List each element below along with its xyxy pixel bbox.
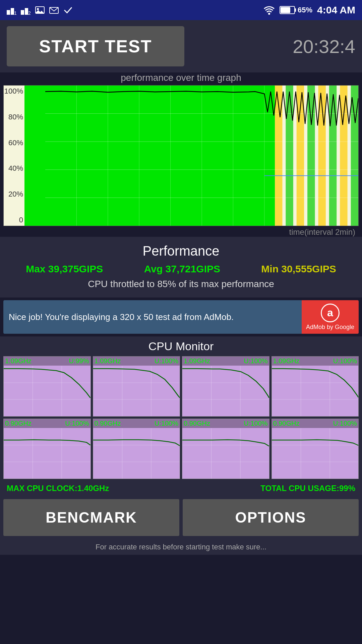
svg-rect-72 — [272, 428, 359, 479]
svg-point-10 — [268, 13, 270, 15]
admob-text: Nice job! You're displaying a 320 x 50 t… — [3, 306, 302, 328]
cpu-core-6: 0.90GHz U:100% — [93, 419, 180, 479]
top-bar: START TEST 20:32:4 — [0, 20, 362, 72]
cpu-core-4-freq: 1.09GHz — [273, 357, 300, 365]
cpu-max-clock: MAX CPU CLOCK:1.40GHz — [7, 484, 109, 493]
svg-rect-62 — [93, 428, 180, 479]
graph-title: performance over time graph — [3, 72, 359, 83]
options-button[interactable]: OPTIONS — [183, 499, 359, 536]
cpu-core-5-header: 0.90GHz U:100% — [4, 419, 90, 428]
gallery-icon — [35, 5, 45, 15]
check-icon — [63, 5, 73, 15]
performance-stats: Performance Max 39,375GIPS Avg 37,721GIP… — [0, 237, 362, 298]
svg-text:2: 2 — [28, 10, 31, 15]
cpu-core-2-header: 1.09GHz U:100% — [93, 357, 180, 366]
cpu-core-1: 1.09GHz U:99% — [3, 356, 91, 417]
cpu-core-3: 1.09GHz U:100% — [182, 356, 269, 417]
cpu-core-4-svg — [272, 366, 359, 416]
svg-marker-8 — [36, 10, 44, 13]
cpu-footer: MAX CPU CLOCK:1.40GHz TOTAL CPU USAGE:99… — [3, 481, 359, 496]
svg-rect-37 — [4, 366, 90, 416]
cpu-bottom-cores: 0.90GHz U:100% 0.90GHz U:100% — [3, 419, 359, 479]
y-label-100: 100% — [4, 87, 23, 96]
svg-rect-13 — [281, 7, 290, 13]
bottom-buttons: BENCMARK OPTIONS — [0, 496, 362, 539]
status-left: 1 2 — [7, 5, 73, 15]
performance-line-svg — [45, 86, 358, 226]
perf-avg: Avg 37,721GIPS — [144, 263, 220, 275]
svg-rect-67 — [182, 428, 269, 479]
status-bar: 1 2 — [0, 0, 362, 20]
throttle-info: CPU throttled to 85% of its max performa… — [5, 279, 357, 289]
perf-min: Min 30,555GIPS — [261, 263, 336, 275]
svg-marker-0 — [7, 10, 10, 15]
status-time: 4:04 AM — [317, 4, 355, 16]
cpu-monitor-section: CPU Monitor 1.09GHz U:99% — [0, 336, 362, 496]
cpu-core-7-header: 0.90GHz U:100% — [182, 419, 269, 428]
cpu-total-usage: TOTAL CPU USAGE:99% — [260, 484, 355, 493]
cpu-core-6-freq: 0.90GHz — [95, 420, 121, 427]
graph-container: 100% 80% 60% 40% 20% 0 — [3, 85, 359, 226]
start-test-button[interactable]: START TEST — [7, 26, 184, 66]
cpu-core-1-header: 1.09GHz U:99% — [4, 357, 90, 366]
svg-marker-4 — [25, 8, 28, 15]
perf-max: Max 39,375GIPS — [26, 263, 103, 275]
status-right: 65% 4:04 AM — [263, 4, 355, 16]
y-label-60: 60% — [4, 139, 23, 147]
cpu-core-2-usage: U:100% — [155, 357, 178, 365]
svg-marker-3 — [21, 10, 24, 15]
cpu-core-1-freq: 1.09GHz — [5, 357, 32, 365]
cpu-core-2: 1.09GHz U:100% — [93, 356, 180, 417]
cpu-top-cores: 1.09GHz U:99% 1.09GHz U:100 — [3, 356, 359, 417]
y-label-40: 40% — [4, 164, 23, 173]
cpu-core-5-graph — [4, 428, 90, 479]
signal1-icon: 1 — [7, 5, 17, 15]
cpu-core-5: 0.90GHz U:100% — [3, 419, 91, 479]
cpu-core-7-svg — [182, 428, 269, 479]
cpu-core-8-graph — [272, 428, 359, 479]
cpu-core-8-svg — [272, 428, 359, 479]
cpu-core-8-usage: U:100% — [333, 420, 357, 427]
cpu-monitor-title: CPU Monitor — [3, 340, 359, 353]
cpu-core-2-freq: 1.09GHz — [95, 357, 121, 365]
email-icon — [49, 5, 59, 15]
cpu-core-3-svg — [182, 366, 269, 416]
time-label: time(interval 2min) — [3, 227, 359, 237]
battery-icon: 65% — [280, 6, 312, 14]
cpu-core-3-header: 1.09GHz U:100% — [182, 357, 269, 366]
y-label-0: 0 — [4, 216, 23, 224]
cpu-core-1-usage: U:99% — [69, 357, 89, 365]
svg-text:1: 1 — [14, 10, 17, 15]
svg-point-7 — [37, 8, 39, 10]
performance-graph-section: performance over time graph 100% 80% 60%… — [3, 72, 359, 237]
svg-rect-52 — [272, 366, 359, 416]
svg-rect-57 — [4, 428, 90, 479]
cpu-core-1-svg — [4, 366, 90, 416]
admob-logo: a AdMob by Google — [302, 300, 359, 334]
svg-rect-42 — [93, 366, 180, 416]
cpu-core-2-graph — [93, 366, 180, 416]
cpu-core-4-graph — [272, 366, 359, 416]
cpu-core-3-freq: 1.09GHz — [184, 357, 210, 365]
admob-logo-text: AdMob by Google — [306, 324, 354, 331]
cpu-core-3-graph — [182, 366, 269, 416]
cpu-core-7-freq: 0.90GHz — [184, 420, 210, 427]
cpu-core-3-usage: U:100% — [244, 357, 267, 365]
cpu-core-7: 0.90GHz U:100% — [182, 419, 269, 479]
y-axis-labels: 100% 80% 60% 40% 20% 0 — [4, 86, 24, 226]
svg-rect-47 — [182, 366, 269, 416]
cpu-core-5-usage: U:100% — [65, 420, 89, 427]
cpu-core-6-usage: U:100% — [155, 420, 178, 427]
svg-rect-12 — [295, 8, 296, 12]
signal2-icon: 2 — [21, 5, 31, 15]
benchmark-button[interactable]: BENCMARK — [3, 499, 179, 536]
cpu-core-5-freq: 0.90GHz — [5, 420, 32, 427]
bottom-note: For accurate results before starting tes… — [0, 539, 362, 555]
cpu-core-5-svg — [4, 428, 90, 479]
cpu-core-4: 1.09GHz U:100% — [272, 356, 359, 417]
performance-numbers: Max 39,375GIPS Avg 37,721GIPS Min 30,555… — [5, 263, 357, 275]
timer-display: 20:32:4 — [191, 36, 355, 57]
admob-banner[interactable]: Nice job! You're displaying a 320 x 50 t… — [3, 300, 359, 334]
cpu-core-8: 0.90GHz U:100% — [272, 419, 359, 479]
battery-percent: 65% — [298, 6, 312, 14]
